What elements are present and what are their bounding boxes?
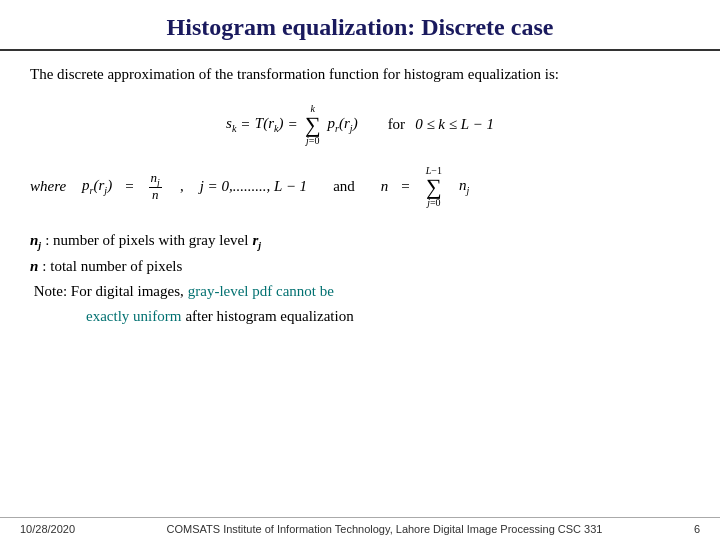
footer: 10/28/2020 COMSATS Institute of Informat… [0,517,720,540]
sigma-bottom: j=0 [306,136,319,146]
where-nj: nj [459,177,469,196]
formula-range: 0 ≤ k ≤ L − 1 [415,116,494,133]
note-note-pre: Note: For digital images, [30,279,184,304]
fraction-numerator: nj [149,171,162,189]
where-summation: L−1 ∑ j=0 [426,166,442,208]
where-block: where pr(rj) = nj n , j = 0,........., L… [30,166,690,208]
where-sigma-sym: ∑ [426,176,442,198]
main-formula: sk = T(rk) = k ∑ j=0 pr(rj) for 0 ≤ k ≤ … [226,104,494,146]
formula-pr: pr(rj) [328,115,358,134]
intro-text: The discrete approximation of the transf… [30,63,690,86]
where-and: and [333,178,355,195]
footer-center-text: COMSATS Institute of Information Technol… [75,523,694,535]
where-sigma-bot: j=0 [427,198,440,208]
note-line-2: n : total number of pixels [30,254,690,279]
sigma-symbol: ∑ [305,114,321,136]
note-n: n [30,254,38,279]
note-line-4: exactly uniform after histogram equaliza… [30,304,690,329]
where-n-equals: = [401,178,409,195]
formula-sk: sk [226,115,236,134]
where-pr-label: pr(rj) [82,177,112,196]
equals2: = [288,116,296,133]
note-teal-2: exactly uniform [86,304,181,329]
fraction-denominator: n [150,188,161,202]
notes-block: nj : number of pixels with gray level rj… [30,228,690,329]
where-label: where [30,178,66,195]
note-line-1: nj : number of pixels with gray level rj [30,228,690,255]
slide: Histogram equalization: Discrete case Th… [0,0,720,540]
note-n-text: : total number of pixels [42,254,182,279]
where-equals: = [125,178,133,195]
where-comma: , [180,178,184,195]
note-after-teal: after histogram equalization [185,304,353,329]
note-line-3: Note: For digital images, gray-level pdf… [30,279,690,304]
content-area: The discrete approximation of the transf… [0,51,720,517]
note-teal-1: gray-level pdf cannot be [188,279,334,304]
formula-T: T(rk) [255,115,284,134]
main-formula-block: sk = T(rk) = k ∑ j=0 pr(rj) for 0 ≤ k ≤ … [30,104,690,146]
note-nj: nj [30,228,41,255]
footer-page: 6 [694,523,700,535]
title-bar: Histogram equalization: Discrete case [0,0,720,51]
footer-date: 10/28/2020 [20,523,75,535]
equals1: = [241,116,249,133]
note-rj: rj [252,228,261,255]
where-j-range: j = 0,........., L − 1 [200,178,307,195]
slide-title: Histogram equalization: Discrete case [30,14,690,41]
note-nj-text: : number of pixels with gray level [45,228,248,253]
for-label: for [388,116,406,133]
summation-symbol: k ∑ j=0 [305,104,321,146]
where-n-label: n [381,178,389,195]
fraction-nj-n: nj n [149,171,162,203]
